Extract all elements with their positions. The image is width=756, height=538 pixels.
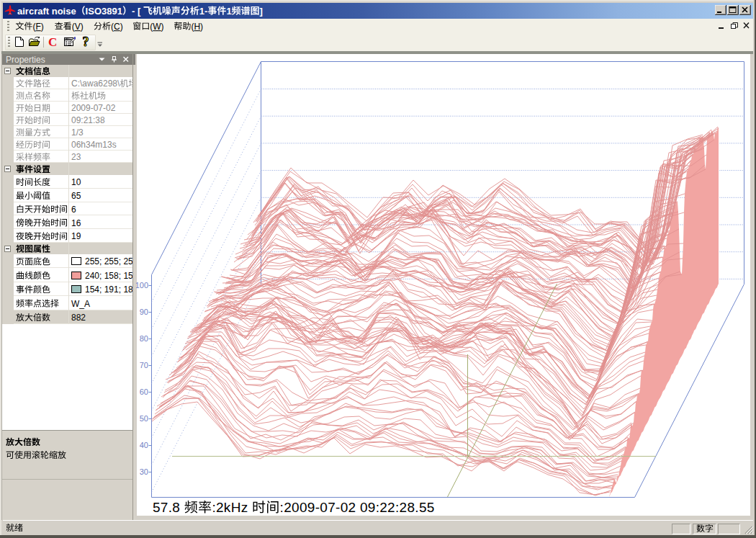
svg-text:19: 19 <box>71 231 81 241</box>
svg-text:(C): (C) <box>111 22 123 32</box>
svg-text:6: 6 <box>71 205 76 215</box>
svg-text:1-: 1- <box>199 6 208 17</box>
svg-text:2009-07-02: 2009-07-02 <box>71 103 116 113</box>
svg-text:1: 1 <box>226 6 231 17</box>
svg-text:1/3: 1/3 <box>71 127 84 138</box>
svg-text:16: 16 <box>71 218 81 228</box>
svg-text:09:21:38: 09:21:38 <box>71 115 105 125</box>
svg-text:- [: - [ <box>132 6 141 17</box>
svg-text:ISO3891: ISO3891 <box>86 6 122 17</box>
svg-text:882: 882 <box>71 313 86 323</box>
svg-text:W_A: W_A <box>71 299 90 309</box>
svg-text:(H): (H) <box>191 22 203 32</box>
svg-text:23: 23 <box>71 152 81 162</box>
svg-text:(W): (W) <box>150 22 163 32</box>
svg-text:57.8: 57.8 <box>153 500 180 515</box>
svg-text:06h34m13s: 06h34m13s <box>71 140 117 150</box>
svg-text:65: 65 <box>71 191 81 201</box>
svg-text:240; 158; 155: 240; 158; 155 <box>85 271 138 281</box>
svg-text:C:\awa6298\: C:\awa6298\ <box>71 79 120 89</box>
svg-text:255; 255; 255: 255; 255; 255 <box>85 256 138 266</box>
svg-text:]: ] <box>260 6 263 17</box>
svg-text:(F): (F) <box>32 22 43 32</box>
svg-text:10: 10 <box>71 177 81 187</box>
svg-text::2009-07-02 09:22:28.55: :2009-07-02 09:22:28.55 <box>280 500 435 515</box>
svg-text:(V): (V) <box>72 22 84 32</box>
svg-text:154; 191; 187: 154; 191; 187 <box>85 284 138 295</box>
svg-text::2kHz: :2kHz <box>212 500 248 515</box>
svg-text:aircraft noise: aircraft noise <box>17 6 76 17</box>
svg-text:Properties: Properties <box>6 55 45 65</box>
